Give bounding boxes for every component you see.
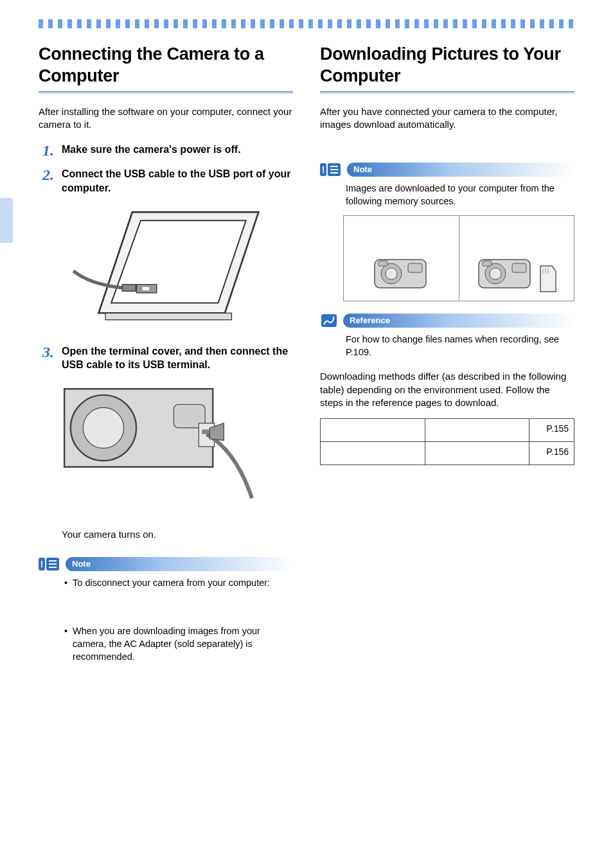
- note-icon: !: [39, 556, 60, 572]
- step-number: 1.: [39, 143, 54, 158]
- section-title-right: Downloading Pictures to Your Computer: [320, 44, 574, 87]
- reference-header: Reference: [320, 313, 574, 328]
- step-text: Make sure the camera's power is off.: [62, 143, 293, 158]
- download-methods-para: Downloading methods differ (as described…: [320, 370, 574, 409]
- side-tab: [0, 198, 13, 243]
- illustration-usb-to-computer: [57, 204, 276, 330]
- intro-right: After you have connected your camera to …: [320, 105, 574, 132]
- svg-rect-29: [408, 263, 422, 272]
- svg-text:!: !: [40, 559, 44, 569]
- table-cell-page: P.155: [529, 419, 574, 442]
- illustration-usb-to-camera: [57, 381, 276, 514]
- reference-body: For how to change files names when recor…: [320, 333, 574, 359]
- table-row: P.155: [321, 419, 574, 442]
- svg-rect-6: [122, 285, 136, 291]
- table-cell: [425, 419, 529, 442]
- left-column: Connecting the Camera to a Computer Afte…: [39, 44, 293, 672]
- step-3: 3. Open the terminal cover, and then con…: [39, 344, 293, 372]
- svg-text:!: !: [322, 164, 325, 175]
- step-number: 2.: [39, 167, 54, 195]
- svg-rect-40: [321, 314, 337, 327]
- note-bullet-text: When you are downloading images from you…: [73, 625, 289, 663]
- memory-source-card: [459, 216, 574, 301]
- svg-point-28: [386, 268, 397, 279]
- note-body-right: Images are downloaded to your computer f…: [320, 182, 574, 208]
- note-header-left: ! Note: [39, 556, 293, 572]
- bullet-dot: •: [64, 577, 67, 590]
- note-body-left: • To disconnect your camera from your co…: [39, 577, 293, 663]
- step-1: 1. Make sure the camera's power is off.: [39, 143, 293, 158]
- reference-icon: [320, 313, 338, 328]
- table-cell: [425, 442, 529, 465]
- note-header-right: ! Note: [320, 162, 574, 177]
- step-2: 2. Connect the USB cable to the USB port…: [39, 167, 293, 195]
- svg-rect-35: [483, 261, 492, 266]
- svg-point-9: [83, 407, 123, 448]
- note-text: Images are downloaded to your computer f…: [346, 182, 571, 208]
- step-text: Open the terminal cover, and then connec…: [62, 344, 293, 372]
- reference-label: Reference: [343, 314, 574, 328]
- reference-table: P.155 P.156: [320, 418, 574, 465]
- table-cell-page: P.156: [529, 442, 574, 465]
- memory-sources-box: [343, 215, 574, 301]
- note-bullet-text: To disconnect your camera from your comp…: [73, 577, 270, 590]
- reference-text: For how to change files names when recor…: [346, 333, 571, 359]
- table-cell: [321, 419, 425, 442]
- table-cell: [321, 442, 425, 465]
- step-text: Connect the USB cable to the USB port of…: [62, 167, 293, 195]
- title-rule: [39, 91, 293, 94]
- note-label: Note: [347, 163, 574, 177]
- step-number: 3.: [39, 344, 54, 372]
- table-row: P.156: [321, 442, 574, 465]
- decorative-top-border: [39, 19, 574, 28]
- right-column: Downloading Pictures to Your Computer Af…: [320, 44, 574, 672]
- note-icon: !: [320, 162, 342, 177]
- svg-point-33: [490, 268, 501, 279]
- step3-result: Your camera turns on.: [62, 528, 293, 541]
- memory-source-internal: [344, 216, 459, 301]
- svg-rect-5: [142, 287, 148, 290]
- svg-rect-3: [105, 313, 231, 319]
- svg-rect-30: [378, 261, 387, 266]
- svg-rect-34: [512, 263, 526, 272]
- bullet-dot: •: [64, 625, 67, 663]
- title-rule: [320, 91, 574, 94]
- section-title-left: Connecting the Camera to a Computer: [39, 44, 293, 87]
- intro-left: After installing the software on your co…: [39, 105, 293, 132]
- note-label: Note: [66, 557, 293, 571]
